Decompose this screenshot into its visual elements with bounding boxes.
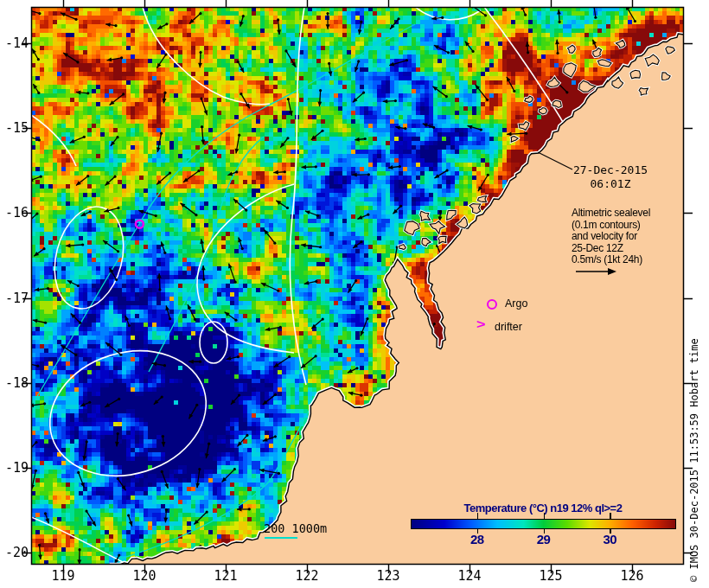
- y-tick-label: -14: [2, 35, 29, 51]
- x-tick-label: 126: [613, 568, 651, 584]
- x-tick-label: 121: [207, 568, 245, 584]
- sst-map-canvas: [0, 0, 709, 588]
- date-line: 27-Dec-2015: [559, 163, 662, 177]
- altimetric-note-line: (0.1m contours): [572, 220, 680, 232]
- colorbar-tick: [477, 513, 479, 519]
- depth-contour-legend-label: 200 1000m: [264, 521, 327, 535]
- altimetric-note-line: 0.5m/s (1kt 24h): [572, 254, 680, 266]
- x-tick-label: 119: [44, 568, 82, 584]
- colorbar-tick: [544, 513, 546, 519]
- y-tick-label: -18: [2, 375, 29, 391]
- y-tick-label: -16: [2, 205, 29, 220]
- x-tick-label: 124: [450, 568, 489, 584]
- x-tick-label: 125: [532, 568, 570, 584]
- date-annotation: 27-Dec-2015 06:01Z: [559, 163, 662, 191]
- altimetric-note-line: Altimetric sealevel: [572, 208, 680, 220]
- colorbar-tick-label: 30: [592, 532, 627, 546]
- copyright-text: © IMOS 30-Dec-2015 11:53:59 Hobart time: [688, 338, 700, 582]
- depth-contour-sample-line: [265, 537, 297, 539]
- time-line: 06:01Z: [559, 177, 662, 191]
- argo-legend-label: Argo: [505, 297, 527, 310]
- y-tick-label: -19: [2, 460, 29, 476]
- x-tick-label: 120: [125, 568, 163, 584]
- x-tick-label: 122: [288, 568, 326, 584]
- colorbar-tick-label: 28: [460, 532, 495, 546]
- argo-float-icon: [487, 299, 497, 310]
- colorbar-tick-label: 29: [527, 532, 561, 546]
- y-tick-label: -20: [2, 545, 29, 560]
- colorbar-tick: [610, 513, 611, 519]
- altimetric-note-line: and velocity for: [572, 231, 680, 243]
- x-tick-label: 123: [369, 568, 407, 584]
- altimetric-note: Altimetric sealevel (0.1m contours) and …: [572, 208, 680, 266]
- drifter-icon: >: [476, 317, 486, 333]
- drifter-legend-label: drifter: [495, 321, 522, 333]
- y-tick-label: -17: [2, 291, 29, 306]
- altimetric-note-line: 25-Dec 12Z: [572, 243, 680, 255]
- y-tick-label: -15: [2, 120, 29, 136]
- sst-map-page: { "title_block": { "date_line1": "27-Dec…: [0, 0, 709, 588]
- temperature-colorbar: [411, 519, 676, 529]
